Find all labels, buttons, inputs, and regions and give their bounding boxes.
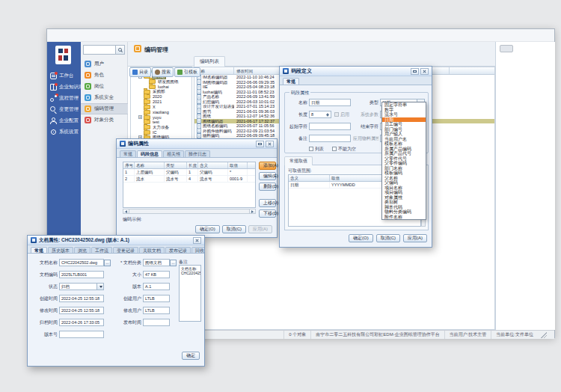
toolbar-button[interactable]: 目录 (129, 67, 151, 77)
field-* 文档分类[interactable]: 图纸文档 (143, 259, 170, 266)
module-item[interactable]: 系统安全 (81, 92, 128, 103)
classification-icon (85, 117, 91, 123)
move-up-button[interactable]: 上移(U) (259, 199, 276, 207)
column-header[interactable]: 长度 (187, 162, 198, 168)
ok-button[interactable]: 确定 (182, 352, 200, 360)
toolbar-button[interactable]: 搜索 (152, 67, 174, 77)
field-修改时间[interactable]: 2022-04-25 12:55:18 (59, 307, 104, 314)
sidebar-item[interactable]: 企业知识库 (47, 82, 81, 93)
browse-button[interactable]: ... (104, 260, 111, 266)
tab-工作流[interactable]: 工作流 (91, 247, 112, 253)
maximize-button[interactable] (256, 141, 264, 147)
sidebar-item[interactable]: 系统设置 (47, 126, 81, 138)
tree-expander[interactable]: + (138, 115, 142, 119)
tree-node[interactable]: X (131, 105, 191, 110)
list-tab[interactable]: 编码列表 (194, 56, 225, 67)
browse-button[interactable]: ... (170, 260, 177, 266)
sidebar-item[interactable]: 工作台 (47, 70, 81, 82)
checkbox-wrap: 不能为空 (332, 146, 356, 153)
tree-node[interactable]: +yuyu (131, 114, 191, 120)
toolbar-button[interactable]: 引模板 (174, 67, 200, 77)
field-版本[interactable]: A.1 (143, 283, 170, 290)
dropdown-option[interactable]: 附件名称 (382, 215, 426, 220)
tab-操作日志[interactable]: 操作日志 (185, 150, 210, 157)
ok-button[interactable]: 确定(O) (195, 225, 220, 233)
tab-码段信息[interactable]: 码段信息 (137, 150, 162, 157)
cancel-button[interactable]: 取消(C) (376, 234, 400, 242)
delete-button[interactable]: 删除(D) (259, 183, 276, 191)
sidebar-item[interactable]: 企业配置 (47, 115, 81, 126)
tree-node[interactable]: 2020 (131, 94, 191, 99)
column-header[interactable]: 名称 (135, 162, 165, 168)
module-item[interactable]: 岗位 (81, 81, 128, 92)
field-发布时间[interactable] (143, 319, 170, 326)
field-起始字符[interactable] (309, 123, 351, 130)
tree-node[interactable]: 天力设备 (131, 125, 191, 130)
module-item[interactable]: 用户 (81, 58, 128, 70)
field-版本号[interactable] (59, 331, 104, 338)
tab-变更记录[interactable]: 变更记录 (113, 247, 138, 253)
browse-slot: ... (104, 260, 111, 266)
apply-button[interactable]: 应用(A) (248, 225, 272, 233)
field-修改用户[interactable]: LTLB (143, 307, 170, 314)
tree-node[interactable]: 采购部 (131, 89, 191, 94)
table-hscrollbar[interactable] (123, 209, 256, 214)
table-row[interactable]: 1上层编码父编码1父编码* (123, 169, 255, 176)
pane-toggle-button[interactable] (500, 45, 513, 52)
apply-button[interactable]: 应用(A) (403, 234, 427, 242)
field-长度[interactable]: 8 (309, 111, 331, 118)
window-controls (193, 237, 201, 244)
tab-general[interactable]: 常规 (283, 78, 299, 85)
tab-发布记录[interactable]: 发布记录 (165, 247, 191, 253)
maximize-button[interactable] (411, 68, 419, 75)
move-down-button[interactable]: 下移(D) (259, 209, 276, 218)
note-field[interactable]: 文档名称: CHC22042502.dwg (179, 265, 201, 322)
checkbox[interactable] (309, 147, 313, 151)
column-header[interactable]: 序号 (123, 162, 135, 168)
field-创建用户[interactable]: LTLB (143, 295, 170, 302)
column-header[interactable]: 含义 (289, 175, 330, 181)
add-button[interactable]: 添加(A) (259, 162, 276, 170)
field-归档时间[interactable]: 2022-04-26 17:33:05 (59, 319, 104, 326)
tab-历史版本[interactable]: 历史版本 (48, 247, 73, 253)
field-创建时间[interactable]: 2022-04-25 12:55:18 (59, 295, 104, 302)
search-icon[interactable] (116, 45, 125, 55)
close-icon[interactable] (193, 237, 201, 244)
search-input[interactable] (83, 45, 116, 55)
table-row[interactable]: 2流水流水号4流水号0001-9 (123, 176, 255, 183)
tab-浏览[interactable]: 浏览 (74, 247, 91, 253)
column-header[interactable]: 取值 (228, 162, 248, 168)
tab-常规[interactable]: 常规 (31, 247, 47, 253)
value-subtab[interactable]: 常规取值 (284, 156, 313, 165)
tree-node[interactable]: 2021 (131, 99, 191, 105)
module-item[interactable]: 角色 (81, 70, 128, 81)
field-大小[interactable]: 47 KB (143, 271, 170, 278)
column-header[interactable]: 含义 (198, 162, 228, 168)
field-label: 创建时间 (32, 295, 58, 302)
ok-button[interactable]: 确定(O) (349, 234, 373, 242)
scroll-right-icon[interactable] (249, 209, 255, 213)
field-文档名称[interactable]: CHC22042502.dwg (59, 259, 104, 266)
module-item[interactable]: 对象分类 (81, 114, 128, 126)
column-header[interactable]: 类型 (165, 162, 187, 168)
edit-button[interactable]: 编辑(E) (259, 172, 276, 180)
resize-grip[interactable] (541, 332, 547, 338)
sidebar-item[interactable]: 变更管理 (47, 104, 81, 115)
tab-相关性[interactable]: 相关性 (163, 150, 184, 157)
tab-关联文档[interactable]: 关联文档 (139, 247, 165, 253)
tab-回收记录[interactable]: 回收记录 (191, 247, 204, 253)
close-icon[interactable] (420, 68, 429, 75)
field-文档编码[interactable]: 2025LTLB001 (59, 271, 104, 278)
field-备注[interactable] (309, 135, 351, 142)
sidebar-item[interactable]: 流程管理 (47, 93, 81, 104)
field-名称[interactable]: 日期 (309, 99, 351, 106)
close-icon[interactable] (266, 141, 274, 147)
scroll-left-icon[interactable] (123, 209, 129, 213)
tab-常规[interactable]: 常规 (120, 150, 136, 157)
module-item[interactable]: 编码管理 (81, 103, 128, 114)
checkbox[interactable] (334, 112, 339, 117)
checkbox[interactable] (332, 147, 337, 151)
tree-node[interactable]: 研发图图纸 (131, 79, 191, 85)
cancel-button[interactable]: 取消(C) (222, 225, 246, 233)
field-状态[interactable]: 归档 (59, 283, 104, 290)
